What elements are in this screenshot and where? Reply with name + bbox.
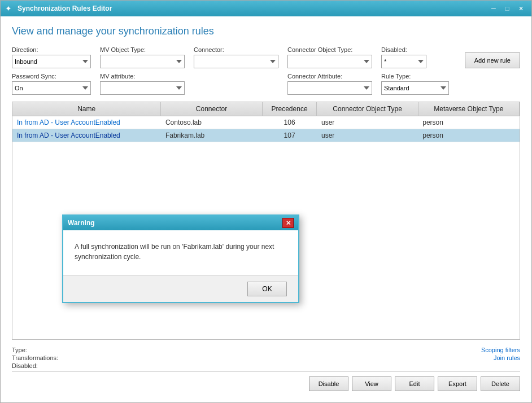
- maximize-button[interactable]: □: [501, 3, 513, 14]
- cell-name: In from AD - User AccountEnabled: [12, 129, 161, 142]
- password-sync-label: Password Sync:: [12, 73, 91, 80]
- table-header-row: Name Connector Precedence Connector Obje…: [12, 102, 520, 116]
- dialog-title-bar: Warning ✕: [63, 216, 298, 230]
- col-header-connector: Connector: [161, 102, 262, 116]
- bottom-info: Type: Transformations: Disabled: Scoping…: [12, 347, 520, 369]
- type-label: Type:: [12, 347, 27, 353]
- disabled-group: Disabled: *: [381, 46, 426, 68]
- direction-select[interactable]: Inbound: [12, 55, 91, 68]
- table-row[interactable]: In from AD - User AccountEnabled Contoso…: [12, 116, 520, 129]
- disable-button[interactable]: Disable: [309, 376, 348, 391]
- title-bar-controls: ─ □ ✕: [487, 3, 527, 14]
- cell-name: In from AD - User AccountEnabled: [12, 116, 161, 129]
- disabled-select[interactable]: *: [381, 55, 426, 68]
- col-header-name: Name: [12, 102, 161, 116]
- filters-area: Direction: Inbound MV Object Type: Conne…: [12, 46, 520, 95]
- cell-connector: Fabrikam.lab: [161, 129, 262, 142]
- connector-attribute-select[interactable]: [287, 81, 372, 95]
- direction-label: Direction:: [12, 46, 91, 53]
- cell-metaverse-object-type: person: [418, 129, 519, 142]
- export-button[interactable]: Export: [438, 376, 477, 391]
- col-header-connector-object-type: Connector Object Type: [317, 102, 418, 116]
- close-button[interactable]: ✕: [514, 3, 527, 14]
- app-icon: ✦: [5, 4, 14, 13]
- page-title: View and manage your synchronization rul…: [12, 25, 520, 37]
- delete-button[interactable]: Delete: [481, 376, 520, 391]
- mv-attribute-label: MV attribute:: [100, 73, 185, 80]
- edit-button[interactable]: Edit: [395, 376, 434, 391]
- transformations-field: Transformations:: [12, 354, 58, 361]
- mv-object-type-group: MV Object Type:: [100, 46, 185, 68]
- minimize-button[interactable]: ─: [487, 3, 500, 14]
- dialog-body: A full synchronization will be run on 'F…: [63, 230, 298, 275]
- window-title: Synchronization Rules Editor: [18, 5, 112, 12]
- type-field: Type:: [12, 347, 58, 353]
- dialog-footer: OK: [63, 275, 298, 302]
- mv-object-type-select[interactable]: [100, 55, 185, 68]
- mv-attribute-select[interactable]: [100, 81, 185, 95]
- col-header-metaverse-object-type: Metaverse Object Type: [418, 102, 519, 116]
- dialog-message: A full synchronization will be run on 'F…: [75, 242, 287, 262]
- mv-object-type-label: MV Object Type:: [100, 46, 185, 53]
- title-bar: ✦ Synchronization Rules Editor ─ □ ✕: [1, 1, 531, 16]
- password-sync-group: Password Sync: On: [12, 73, 91, 95]
- connector-select[interactable]: [194, 55, 278, 68]
- connector-object-type-select[interactable]: [287, 55, 372, 68]
- cell-connector-object-type: user: [317, 129, 418, 142]
- view-button[interactable]: View: [352, 376, 391, 391]
- title-bar-left: ✦ Synchronization Rules Editor: [5, 4, 146, 13]
- cell-connector: Contoso.lab: [161, 116, 262, 129]
- disabled-label: Disabled:: [381, 46, 426, 53]
- disabled-field: Disabled:: [12, 362, 58, 369]
- info-left: Type: Transformations: Disabled:: [12, 347, 58, 369]
- rule-type-label: Rule Type:: [381, 73, 449, 80]
- cell-precedence: 106: [262, 116, 317, 129]
- rule-type-group: Rule Type: Standard: [381, 73, 449, 95]
- direction-group: Direction: Inbound: [12, 46, 91, 68]
- disabled-info-label: Disabled:: [12, 362, 38, 369]
- info-right: Scoping filters Join rules: [481, 347, 520, 361]
- connector-label: Connector:: [194, 46, 278, 53]
- password-sync-select[interactable]: On: [12, 81, 91, 95]
- connector-object-type-group: Connector Object Type:: [287, 46, 372, 68]
- add-new-rule-button[interactable]: Add new rule: [465, 52, 520, 68]
- filter-row-1: Direction: Inbound MV Object Type: Conne…: [12, 46, 520, 68]
- dialog-title-text: Warning: [68, 219, 95, 227]
- table-row[interactable]: In from AD - User AccountEnabled Fabrika…: [12, 129, 520, 142]
- content-area: View and manage your synchronization rul…: [1, 16, 531, 402]
- bottom-buttons: Disable View Edit Export Delete: [12, 371, 520, 393]
- cell-precedence: 107: [262, 129, 317, 142]
- rule-type-select[interactable]: Standard: [381, 81, 449, 95]
- connector-attribute-group: Connector Attribute:: [287, 73, 372, 95]
- filter-row-2: Password Sync: On MV attribute: Connecto…: [12, 73, 520, 95]
- connector-group: Connector:: [194, 46, 278, 68]
- ok-button[interactable]: OK: [247, 282, 287, 296]
- cell-metaverse-object-type: person: [418, 116, 519, 129]
- scoping-filters-link[interactable]: Scoping filters: [481, 347, 520, 353]
- join-rules-link[interactable]: Join rules: [494, 354, 520, 361]
- connector-object-type-label: Connector Object Type:: [287, 46, 372, 53]
- rules-table: Name Connector Precedence Connector Obje…: [12, 102, 520, 142]
- dialog-close-button[interactable]: ✕: [282, 218, 294, 228]
- mv-attribute-group: MV attribute:: [100, 73, 185, 95]
- col-header-precedence: Precedence: [262, 102, 317, 116]
- warning-dialog: Warning ✕ A full synchronization will be…: [62, 214, 299, 303]
- main-window: ✦ Synchronization Rules Editor ─ □ ✕ Vie…: [0, 0, 532, 403]
- cell-connector-object-type: user: [317, 116, 418, 129]
- transformations-label: Transformations:: [12, 354, 58, 361]
- connector-attribute-label: Connector Attribute:: [287, 73, 372, 80]
